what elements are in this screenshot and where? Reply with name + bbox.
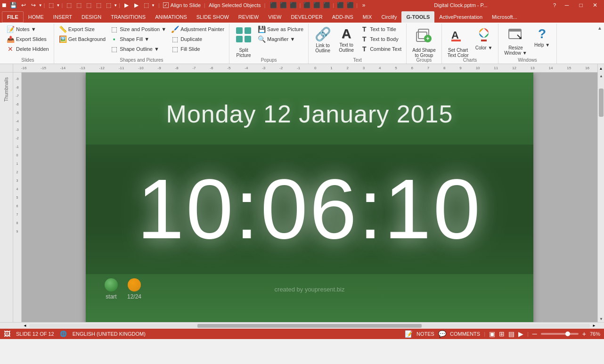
scroll-up-btn[interactable]: ▲ [598,73,604,79]
tab-transitions[interactable]: TRANSITIONS [106,11,150,23]
align-icon2[interactable]: ⬛ [278,1,288,9]
qa-dropdown2[interactable]: ▼ [114,3,117,8]
export-slides-btn[interactable]: 📤 Export Slides [5,34,51,44]
tab-review[interactable]: REVIEW [234,11,263,23]
qa-btn1[interactable]: ⬚ [46,1,56,9]
split-picture-btn[interactable]: SplitPicture [232,24,255,57]
slideshow-btn[interactable]: ▶ [518,330,523,338]
size-position-btn[interactable]: ⬚ Size and Position ▼ [108,24,168,34]
shape-fill-btn[interactable]: ▪ Shape Fill ▼ [108,34,168,44]
qa-btn5[interactable]: ⬚ [94,1,103,9]
tab-microsoft[interactable]: Microsoft... [487,11,522,23]
qa-btn4[interactable]: ⬚ [84,1,93,9]
help-icon: ? [538,26,546,41]
combine-text-btn[interactable]: T Combine Text [359,44,403,54]
tab-file[interactable]: FILE [2,11,24,23]
align-icon1[interactable]: ⬛ [269,1,278,9]
save-as-picture-btn[interactable]: 💾 Save as Picture [256,24,305,34]
tab-slideshow[interactable]: SLIDE SHOW [192,11,234,23]
text-body-btn[interactable]: T Text to Body [359,34,403,44]
tab-activepresentation[interactable]: ActivePresentation [434,11,487,23]
tab-gtools[interactable]: G-TOOLS [401,11,434,23]
link-outline-btn[interactable]: 🔗 Link toOutline [311,24,334,57]
shape-outline-btn[interactable]: ⬚ Shape Outline ▼ [108,44,168,54]
align-icon6[interactable]: ⬛ [322,1,331,9]
tab-circlify[interactable]: Circlify [376,11,401,23]
close-btn[interactable]: ✕ [588,0,602,10]
tab-animations[interactable]: ANIMATIONS [150,11,192,23]
delete-hidden-btn[interactable]: ✕ Delete Hidden [5,44,51,54]
help-btn[interactable]: ? [553,2,556,8]
slide-sorter-btn[interactable]: ⊞ [499,330,505,338]
tab-design[interactable]: DESIGN [77,11,106,23]
more-btn[interactable]: » [359,1,368,9]
duplicate-label: Duplicate [180,36,202,42]
zoom-slider[interactable] [541,333,579,335]
magnifier-icon: 🔍 [258,35,265,43]
adjustment-painter-btn[interactable]: 🖌️ Adjustment Painter [169,24,226,34]
qa-btn7[interactable]: ▶ [122,1,131,9]
minimize-btn[interactable]: ─ [560,0,574,10]
zoom-level[interactable]: 76% [590,331,600,337]
align-to-slide-check[interactable]: ✓ Align to Slide [163,2,201,8]
export-size-btn[interactable]: 📏 Export Size [57,24,108,34]
h-scroll-top[interactable]: ▲ [597,64,604,73]
add-shape-group-btn[interactable]: + Add Shapeto Group [409,24,439,57]
resize-window-btn[interactable]: ResizeWindow ▼ [501,24,530,57]
fill-slide-btn[interactable]: ⬚ Fill Slide [169,44,226,54]
comments-status-label[interactable]: COMMENTS [450,331,480,337]
color-btn[interactable]: Color ▼ [473,24,496,57]
help-ribbon-btn[interactable]: ? Help ▼ [531,24,554,57]
zoom-out-btn[interactable]: ─ [532,330,537,338]
scroll-track[interactable] [598,79,604,315]
duplicate-btn[interactable]: ⬚ Duplicate [169,34,226,44]
h-scroll-right[interactable]: ► [591,323,597,329]
scroll-down-btn[interactable]: ▼ [598,315,604,322]
tab-view[interactable]: VIEW [263,11,286,23]
notes-status-icon[interactable]: 📝 [405,330,413,338]
align-slide-checkbox[interactable]: ✓ [163,2,169,8]
zoom-in-btn[interactable]: + [582,330,586,338]
qa-btn8[interactable]: ▶ [131,1,141,9]
h-scrollbar[interactable]: ◄ ► [22,323,597,329]
notes-btn[interactable]: 📝 Notes ▼ [5,24,51,34]
h-scroll-left[interactable]: ◄ [22,323,28,329]
get-background-btn[interactable]: 🖼️ Get Background [57,34,108,44]
align-icon3[interactable]: ⬛ [288,1,298,9]
zoom-thumb[interactable] [565,332,570,336]
align-icon5[interactable]: ⬛ [312,1,321,9]
distribute-icon2[interactable]: ⬛ [345,1,355,9]
tab-home[interactable]: HOME [24,11,49,23]
notes-status-label[interactable]: NOTES [416,331,434,337]
qa-btn3[interactable]: ⬚ [74,1,83,9]
comments-status-icon[interactable]: 💬 [438,330,446,338]
tab-insert[interactable]: INSERT [49,11,77,23]
tab-developer[interactable]: DEVELOPER [286,11,327,23]
set-chart-text-color-btn[interactable]: A Set ChartText Color [445,24,472,57]
reading-view-btn[interactable]: ▤ [508,330,514,338]
qa-dropdown3[interactable]: ▼ [151,3,155,8]
h-scroll-track[interactable] [29,324,590,328]
tab-addins[interactable]: ADD-INS [327,11,358,23]
tab-mix[interactable]: MIX [358,11,377,23]
svg-rect-1 [245,27,251,34]
qa-btn2[interactable]: ⬚ [64,1,73,9]
qa-save[interactable]: 💾 [9,1,18,9]
qa-btn6[interactable]: ⬚ [104,1,113,9]
collapse-ribbon-btn[interactable]: ▲ [597,24,602,64]
qa-redo[interactable]: ↪ [29,1,38,9]
qa-dropdown1[interactable]: ▼ [56,3,60,8]
magnifier-btn[interactable]: 🔍 Magnifier ▼ [256,34,305,44]
ribbon-group-windows: ResizeWindow ▼ ? Help ▼ Windows [498,24,556,64]
qa-undo-dropdown[interactable]: ▼ [39,3,42,8]
normal-view-btn[interactable]: ▣ [489,330,495,338]
qa-undo[interactable]: ↩ [19,1,28,9]
align-icon4[interactable]: ⬛ [302,1,311,9]
windows-group-label: Windows [501,57,553,63]
qa-btn9[interactable]: ⬚ [141,1,151,9]
text-outline-btn[interactable]: A Text toOutline [335,24,358,57]
scroll-thumb[interactable] [599,89,604,117]
text-title-btn[interactable]: T Text to Title [359,24,403,34]
distribute-icon1[interactable]: ⬛ [335,1,345,9]
maximize-btn[interactable]: □ [574,0,588,10]
